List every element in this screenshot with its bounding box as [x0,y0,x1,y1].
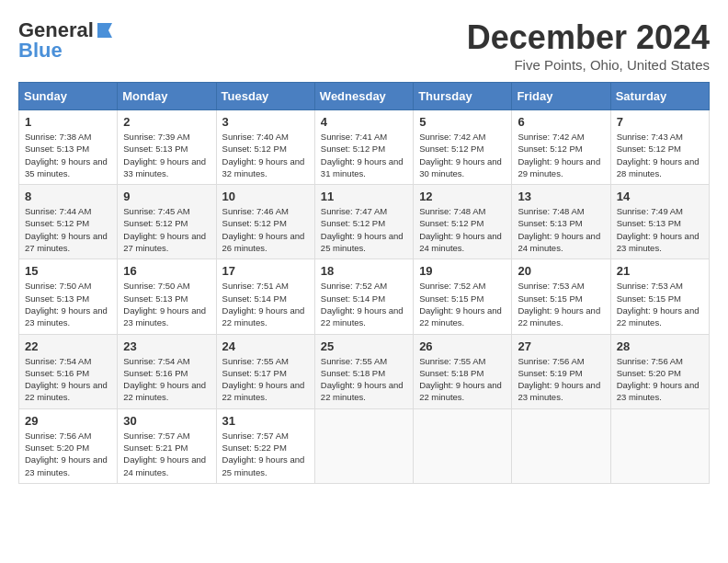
calendar-cell: 20 Sunrise: 7:53 AMSunset: 5:15 PMDaylig… [512,259,610,334]
day-info: Sunrise: 7:53 AMSunset: 5:15 PMDaylight:… [518,281,600,327]
calendar-week-row: 22 Sunrise: 7:54 AMSunset: 5:16 PMDaylig… [19,334,710,408]
weekday-header-friday: Friday [512,83,610,110]
calendar-week-row: 15 Sunrise: 7:50 AMSunset: 5:13 PMDaylig… [19,259,710,334]
day-number: 4 [321,115,407,129]
day-number: 10 [222,190,309,203]
calendar-cell: 4 Sunrise: 7:41 AMSunset: 5:12 PMDayligh… [314,110,413,185]
calendar-cell: 10 Sunrise: 7:46 AMSunset: 5:12 PMDaylig… [216,185,314,259]
day-number: 21 [617,264,703,278]
day-number: 9 [123,190,210,203]
day-number: 12 [419,190,506,203]
month-title: December 2024 [467,18,710,57]
day-info: Sunrise: 7:48 AMSunset: 5:12 PMDaylight:… [419,206,502,253]
day-number: 28 [617,339,703,353]
day-info: Sunrise: 7:51 AMSunset: 5:14 PMDaylight:… [222,281,305,327]
day-info: Sunrise: 7:49 AMSunset: 5:13 PMDaylight:… [617,206,700,253]
calendar-cell: 31 Sunrise: 7:57 AMSunset: 5:22 PMDaylig… [216,408,314,483]
calendar-cell [414,408,512,483]
logo-flag-icon [96,21,114,40]
day-info: Sunrise: 7:41 AMSunset: 5:12 PMDaylight:… [321,132,404,178]
weekday-header-wednesday: Wednesday [314,83,413,110]
calendar-cell: 15 Sunrise: 7:50 AMSunset: 5:13 PMDaylig… [19,259,118,334]
day-info: Sunrise: 7:52 AMSunset: 5:14 PMDaylight:… [321,281,404,327]
calendar-cell: 22 Sunrise: 7:54 AMSunset: 5:16 PMDaylig… [19,334,118,408]
day-number: 1 [25,115,111,129]
day-number: 13 [518,190,604,203]
logo: General Blue [18,18,114,63]
day-number: 24 [222,339,309,353]
calendar-cell: 26 Sunrise: 7:55 AMSunset: 5:18 PMDaylig… [414,334,512,408]
calendar-table: SundayMondayTuesdayWednesdayThursdayFrid… [18,82,710,484]
day-info: Sunrise: 7:38 AMSunset: 5:13 PMDaylight:… [25,132,108,178]
weekday-header-thursday: Thursday [414,83,512,110]
day-number: 14 [617,190,703,203]
day-info: Sunrise: 7:43 AMSunset: 5:12 PMDaylight:… [617,132,700,178]
calendar-cell: 8 Sunrise: 7:44 AMSunset: 5:12 PMDayligh… [19,185,118,259]
calendar-cell: 28 Sunrise: 7:56 AMSunset: 5:20 PMDaylig… [610,334,709,408]
day-info: Sunrise: 7:44 AMSunset: 5:12 PMDaylight:… [25,206,108,253]
calendar-cell: 11 Sunrise: 7:47 AMSunset: 5:12 PMDaylig… [314,185,413,259]
calendar-cell: 24 Sunrise: 7:55 AMSunset: 5:17 PMDaylig… [216,334,314,408]
calendar-cell: 13 Sunrise: 7:48 AMSunset: 5:13 PMDaylig… [512,185,610,259]
weekday-header-monday: Monday [118,83,216,110]
day-number: 11 [321,190,407,203]
day-info: Sunrise: 7:55 AMSunset: 5:18 PMDaylight:… [419,356,502,403]
day-info: Sunrise: 7:54 AMSunset: 5:16 PMDaylight:… [123,356,206,403]
day-number: 22 [25,339,111,353]
calendar-cell: 12 Sunrise: 7:48 AMSunset: 5:12 PMDaylig… [414,185,512,259]
day-info: Sunrise: 7:56 AMSunset: 5:20 PMDaylight:… [617,356,700,403]
calendar-cell: 6 Sunrise: 7:42 AMSunset: 5:12 PMDayligh… [512,110,610,185]
calendar-cell: 14 Sunrise: 7:49 AMSunset: 5:13 PMDaylig… [610,185,709,259]
day-info: Sunrise: 7:47 AMSunset: 5:12 PMDaylight:… [321,206,404,253]
day-info: Sunrise: 7:57 AMSunset: 5:22 PMDaylight:… [222,431,305,477]
day-info: Sunrise: 7:57 AMSunset: 5:21 PMDaylight:… [123,431,206,477]
day-number: 25 [321,339,407,353]
day-number: 27 [518,339,604,353]
day-info: Sunrise: 7:42 AMSunset: 5:12 PMDaylight:… [419,132,502,178]
weekday-header-row: SundayMondayTuesdayWednesdayThursdayFrid… [19,83,710,110]
day-info: Sunrise: 7:50 AMSunset: 5:13 PMDaylight:… [25,281,108,327]
day-number: 15 [25,264,111,278]
weekday-header-tuesday: Tuesday [216,83,314,110]
calendar-cell: 1 Sunrise: 7:38 AMSunset: 5:13 PMDayligh… [19,110,118,185]
calendar-cell: 21 Sunrise: 7:53 AMSunset: 5:15 PMDaylig… [610,259,709,334]
calendar-cell: 17 Sunrise: 7:51 AMSunset: 5:14 PMDaylig… [216,259,314,334]
day-number: 31 [222,414,309,428]
calendar-cell: 30 Sunrise: 7:57 AMSunset: 5:21 PMDaylig… [118,408,216,483]
day-number: 6 [518,115,604,129]
day-info: Sunrise: 7:42 AMSunset: 5:12 PMDaylight:… [518,132,600,178]
day-info: Sunrise: 7:48 AMSunset: 5:13 PMDaylight:… [518,206,600,253]
day-info: Sunrise: 7:39 AMSunset: 5:13 PMDaylight:… [123,132,206,178]
calendar-cell [512,408,610,483]
day-number: 26 [419,339,506,353]
day-info: Sunrise: 7:45 AMSunset: 5:12 PMDaylight:… [123,206,206,253]
day-number: 7 [617,115,703,129]
day-number: 5 [419,115,506,129]
day-number: 30 [123,414,210,428]
day-info: Sunrise: 7:50 AMSunset: 5:13 PMDaylight:… [123,281,206,327]
calendar-cell: 27 Sunrise: 7:56 AMSunset: 5:19 PMDaylig… [512,334,610,408]
svg-marker-0 [97,23,112,38]
calendar-cell: 23 Sunrise: 7:54 AMSunset: 5:16 PMDaylig… [118,334,216,408]
day-number: 19 [419,264,506,278]
calendar-cell [314,408,413,483]
day-number: 16 [123,264,210,278]
calendar-cell: 3 Sunrise: 7:40 AMSunset: 5:12 PMDayligh… [216,110,314,185]
day-number: 20 [518,264,604,278]
calendar-cell: 5 Sunrise: 7:42 AMSunset: 5:12 PMDayligh… [414,110,512,185]
calendar-week-row: 1 Sunrise: 7:38 AMSunset: 5:13 PMDayligh… [19,110,710,185]
weekday-header-saturday: Saturday [610,83,709,110]
day-number: 18 [321,264,407,278]
location-title: Five Points, Ohio, United States [467,57,710,73]
day-info: Sunrise: 7:53 AMSunset: 5:15 PMDaylight:… [617,281,700,327]
day-info: Sunrise: 7:55 AMSunset: 5:18 PMDaylight:… [321,356,404,403]
calendar-cell: 16 Sunrise: 7:50 AMSunset: 5:13 PMDaylig… [118,259,216,334]
calendar-cell: 25 Sunrise: 7:55 AMSunset: 5:18 PMDaylig… [314,334,413,408]
day-number: 17 [222,264,309,278]
day-info: Sunrise: 7:46 AMSunset: 5:12 PMDaylight:… [222,206,305,253]
calendar-cell: 18 Sunrise: 7:52 AMSunset: 5:14 PMDaylig… [314,259,413,334]
calendar-cell: 9 Sunrise: 7:45 AMSunset: 5:12 PMDayligh… [118,185,216,259]
calendar-cell: 19 Sunrise: 7:52 AMSunset: 5:15 PMDaylig… [414,259,512,334]
calendar-cell: 29 Sunrise: 7:56 AMSunset: 5:20 PMDaylig… [19,408,118,483]
calendar-week-row: 29 Sunrise: 7:56 AMSunset: 5:20 PMDaylig… [19,408,710,483]
